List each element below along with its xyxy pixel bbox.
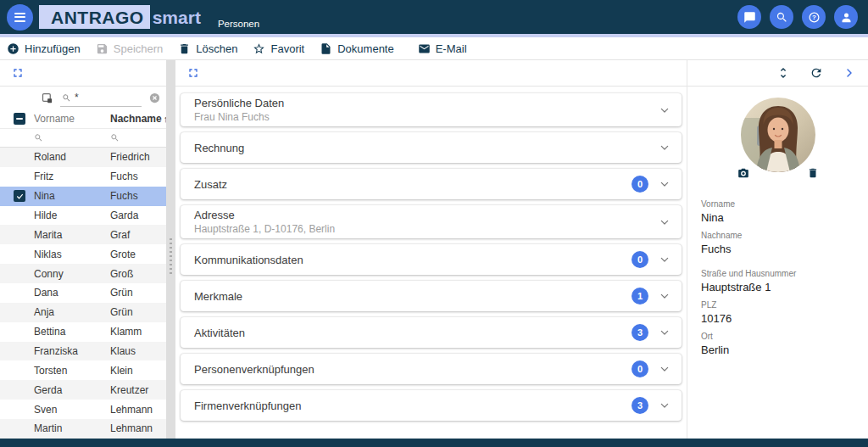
accordion-section[interactable]: Kommunikationsdaten 0 <box>181 244 682 275</box>
profile-panel-topbar <box>687 60 868 87</box>
chevron-down-icon[interactable] <box>658 399 671 412</box>
search-icon <box>62 93 71 103</box>
help-icon[interactable]: ? <box>802 5 826 29</box>
table-row[interactable]: Franziska Klaus <box>0 342 166 361</box>
accordion-section[interactable]: Persönliche Daten Frau Nina Fuchs <box>181 93 682 126</box>
table-row[interactable]: Martin Lehmann <box>0 419 166 439</box>
chat-icon[interactable] <box>737 5 761 29</box>
section-subtitle: Frau Nina Fuchs <box>194 111 284 123</box>
detail-panel-topbar <box>175 60 687 87</box>
cell-vorname: Marita <box>34 229 110 241</box>
splitter-grip-icon <box>170 238 172 274</box>
section-title: Personenverknüpfungen <box>194 363 314 376</box>
count-badge: 3 <box>632 397 648 414</box>
list-search-row <box>0 87 166 109</box>
action-toolbar: Hinzufügen Speichern Löschen Favorit Dok… <box>0 37 868 60</box>
filter-search-icon <box>34 133 43 142</box>
account-icon[interactable] <box>834 5 858 29</box>
delete-photo-icon[interactable] <box>807 167 819 179</box>
profile-fields: Vorname Nina Nachname Fuchs Straße und H… <box>687 179 868 363</box>
add-button[interactable]: Hinzufügen <box>7 42 81 55</box>
chevron-down-icon[interactable] <box>658 362 671 376</box>
chevron-down-icon[interactable] <box>658 326 671 339</box>
search-input[interactable] <box>75 92 140 103</box>
table-row[interactable]: Roland Friedrich <box>0 148 166 167</box>
table-row[interactable]: Marita Graf <box>0 225 166 244</box>
accordion-section[interactable]: Personenverknüpfungen 0 <box>181 354 682 384</box>
table-row[interactable]: Fritz Fuchs <box>0 167 166 187</box>
profile-photo <box>741 98 815 172</box>
count-badge: 0 <box>632 360 648 377</box>
unfold-sections-icon[interactable] <box>776 66 790 80</box>
filter-vorname[interactable] <box>34 131 110 146</box>
field-value: Fuchs <box>701 243 868 255</box>
cell-vorname: Torsten <box>34 365 110 377</box>
logo-suffix: smart <box>150 5 201 29</box>
select-all-checkbox[interactable] <box>14 113 25 125</box>
top-navigation-bar: ANTRAGO smart Personen ? <box>0 0 868 34</box>
field-label: Straße und Hausnummer <box>701 269 868 278</box>
email-button[interactable]: E-Mail <box>418 42 467 55</box>
cell-vorname: Bettina <box>34 326 110 338</box>
column-header-nachname[interactable]: Nachname↑ <box>110 113 168 125</box>
save-button[interactable]: Speichern <box>96 42 164 55</box>
cell-vorname: Martin <box>34 422 110 434</box>
table-row[interactable]: Gerda Kreutzer <box>0 380 166 400</box>
column-chooser-icon[interactable] <box>41 92 53 104</box>
fullscreen-icon[interactable] <box>186 66 200 80</box>
table-row[interactable]: Niklas Grote <box>0 244 166 264</box>
table-row[interactable]: Hilde Garda <box>0 206 166 226</box>
chevron-down-icon[interactable] <box>658 215 671 229</box>
table-row[interactable]: Nina Fuchs <box>0 187 166 206</box>
cell-nachname: Graf <box>110 229 166 241</box>
table-row[interactable]: Dana Grün <box>0 283 166 303</box>
table-row[interactable]: Conny Groß <box>0 264 166 283</box>
menu-icon[interactable] <box>7 4 33 31</box>
collapse-panel-icon[interactable] <box>843 66 856 80</box>
accordion-section[interactable]: Adresse Hauptstraße 1, D-10176, Berlin <box>181 205 682 238</box>
field-label: Vorname <box>701 199 868 209</box>
column-header-vorname[interactable]: Vorname <box>34 113 110 125</box>
main-area: Vorname Nachname↑ Roland Friedric <box>0 60 868 439</box>
svg-text:?: ? <box>812 14 816 21</box>
documents-button[interactable]: Dokumente <box>320 42 393 55</box>
filter-nachname[interactable] <box>110 131 166 146</box>
chevron-down-icon[interactable] <box>658 289 671 303</box>
accordion-section[interactable]: Rechnung <box>181 132 682 163</box>
table-row[interactable]: Anja Grün <box>0 303 166 322</box>
refresh-icon[interactable] <box>810 66 823 80</box>
clear-search-icon[interactable] <box>148 92 161 104</box>
field-value: Hauptstraße 1 <box>701 281 868 293</box>
cell-vorname: Niklas <box>34 249 110 260</box>
count-badge: 0 <box>632 176 648 193</box>
profile-field: Ort Berlin <box>701 332 868 356</box>
camera-icon[interactable] <box>737 167 749 179</box>
panel-splitter[interactable] <box>166 60 175 439</box>
accordion-section[interactable]: Zusatz 0 <box>181 169 682 199</box>
accordion-section[interactable]: Firmenverknüpfungen 3 <box>181 390 682 421</box>
field-label: Ort <box>701 332 868 341</box>
row-checkbox[interactable] <box>14 190 25 202</box>
favorite-button[interactable]: Favorit <box>253 42 304 55</box>
table-row[interactable]: Sven Lehmann <box>0 400 166 419</box>
delete-button[interactable]: Löschen <box>178 42 237 55</box>
table-row[interactable]: Torsten Klein <box>0 360 166 380</box>
cell-vorname: Sven <box>34 404 110 416</box>
delete-button-label: Löschen <box>196 42 237 55</box>
table-row[interactable]: Bettina Klamm <box>0 322 166 342</box>
cell-nachname: Fuchs <box>110 170 166 182</box>
accordion-section[interactable]: Merkmale 1 <box>181 281 682 311</box>
chevron-down-icon[interactable] <box>658 103 671 117</box>
chevron-down-icon[interactable] <box>658 141 671 154</box>
cell-nachname: Grote <box>110 249 166 260</box>
search-icon[interactable] <box>770 5 793 29</box>
fullscreen-icon[interactable] <box>11 66 25 80</box>
section-title: Persönliche Daten <box>194 97 284 109</box>
app-logo: ANTRAGO smart <box>39 5 201 29</box>
profile-panel: Vorname Nina Nachname Fuchs Straße und H… <box>687 60 868 439</box>
list-search-box <box>60 90 142 107</box>
accordion-section[interactable]: Aktivitäten 3 <box>181 317 682 348</box>
mail-icon <box>418 42 431 55</box>
chevron-down-icon[interactable] <box>658 253 671 266</box>
chevron-down-icon[interactable] <box>658 177 671 191</box>
